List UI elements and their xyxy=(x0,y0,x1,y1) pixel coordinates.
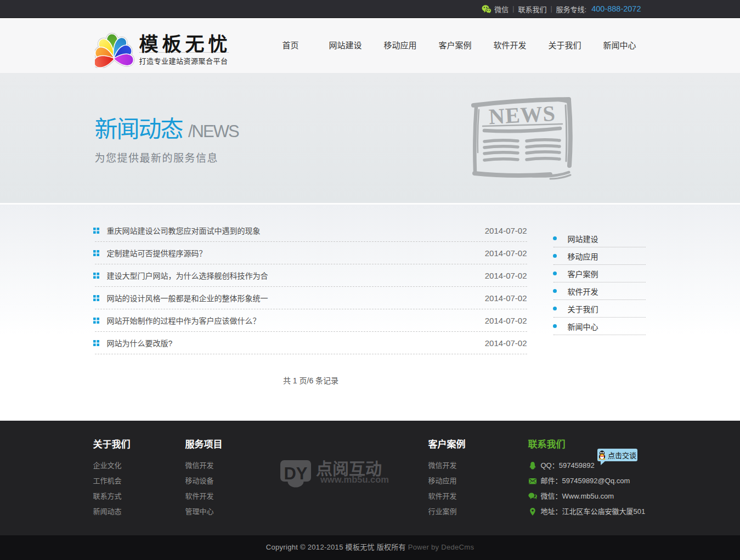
svg-text:DY: DY xyxy=(284,464,307,483)
svg-text:www.mb5u.com: www.mb5u.com xyxy=(320,474,389,484)
